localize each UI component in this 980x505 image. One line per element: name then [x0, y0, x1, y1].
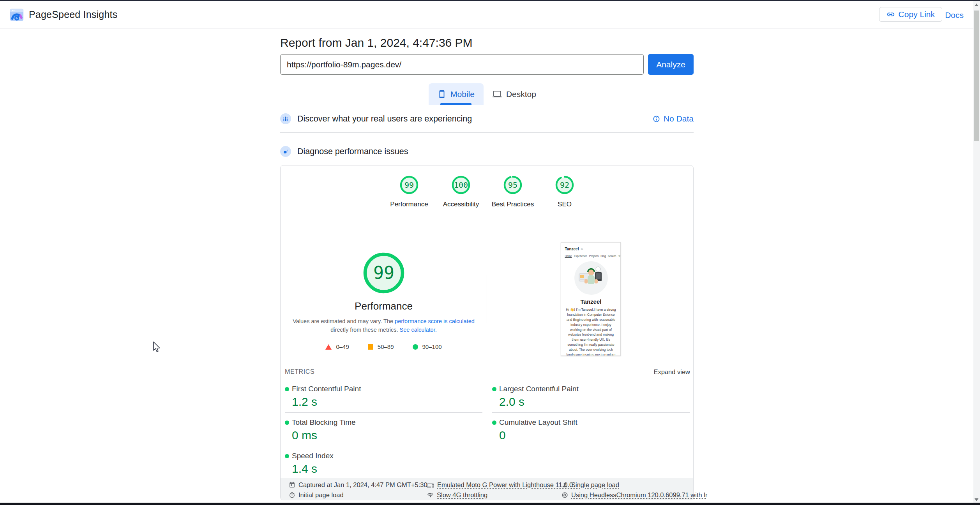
env-chromium-version[interactable]: Using HeadlessChromium 120.0.6099.71 wit… — [562, 491, 707, 500]
env-emulated-device[interactable]: Emulated Moto G Power with Lighthouse 11… — [427, 480, 562, 489]
green-circle-icon — [413, 344, 418, 350]
discover-title: Discover what your real users are experi… — [297, 114, 472, 124]
thumb-bio: Hi 👋! I'm Tanzeel.I have a strong founda… — [565, 307, 617, 356]
metric-value: 2.0 s — [499, 395, 690, 408]
copy-link-label: Copy Link — [899, 10, 935, 19]
diagnose-icon — [280, 146, 291, 157]
gauge-performance[interactable]: 99 Performance — [383, 176, 435, 208]
diagnose-title: Diagnose performance issues — [297, 147, 408, 157]
real-users-icon — [280, 113, 291, 124]
scrollbar-thumb[interactable] — [974, 11, 979, 141]
url-input[interactable] — [280, 54, 644, 75]
accessibility-ring: 100 — [452, 176, 470, 194]
performance-ring: 99 — [400, 176, 418, 194]
gauge-best-practices[interactable]: 95 Best Practices — [487, 176, 539, 208]
lighthouse-report-card: 99 Performance 100 Accessibility — [280, 165, 694, 500]
svg-text:95: 95 — [508, 180, 517, 190]
tab-desktop-label: Desktop — [506, 90, 536, 99]
env-initial-page-load: Initial page load — [289, 491, 427, 500]
no-data-badge[interactable]: No Data — [653, 114, 694, 123]
good-dot-icon — [285, 454, 289, 458]
url-form: Analyze — [280, 54, 694, 75]
orange-square-icon — [368, 344, 373, 350]
app-title: PageSpeed Insights — [29, 9, 117, 20]
chromium-icon — [562, 492, 568, 498]
gauge-label: Best Practices — [487, 201, 539, 208]
legend-poor: 0–49 — [325, 343, 349, 350]
env-single-page-load[interactable]: Single page load — [562, 480, 707, 489]
red-triangle-icon — [325, 344, 332, 350]
info-icon — [653, 115, 660, 123]
scroll-down-arrow-icon[interactable] — [975, 498, 978, 501]
screenshot-pane: Tanzeel G Home Experience Projects Blog … — [487, 241, 694, 356]
tab-desktop[interactable]: Desktop — [484, 83, 545, 105]
good-dot-icon — [492, 387, 496, 391]
metric-name: Largest Contentful Paint — [499, 385, 579, 393]
run-environment-footer: Captured at Jan 1, 2024, 4:47 PM GMT+5:3… — [281, 478, 693, 500]
metric-value: 1.2 s — [292, 395, 482, 408]
diagnose-section-header: Diagnose performance issues — [280, 133, 694, 165]
metric-name: Total Blocking Time — [292, 418, 356, 427]
metric-largest-contentful-paint: Largest Contentful Paint 2.0 s — [492, 379, 690, 412]
thumb-nav: Home Experience Projects Blog Search Tag… — [565, 255, 617, 257]
device-tabs: Mobile Desktop — [280, 83, 694, 105]
gauge-label: SEO — [539, 201, 591, 208]
mouse-cursor — [152, 341, 161, 354]
pagespeed-insights-page: PageSpeed Insights Copy Link Docs Report… — [0, 0, 980, 505]
metrics-grid: First Contentful Paint 1.2 s Largest Con… — [285, 379, 690, 479]
good-dot-icon — [492, 421, 496, 425]
expand-view-button[interactable]: Expand view — [653, 368, 690, 376]
copy-link-button[interactable]: Copy Link — [879, 7, 942, 22]
analyze-button[interactable]: Analyze — [648, 54, 694, 75]
score-calc-link[interactable]: performance score is calculated — [395, 318, 475, 324]
metric-total-blocking-time: Total Blocking Time 0 ms — [285, 412, 482, 446]
env-throttling[interactable]: Slow 4G throttling — [427, 491, 562, 500]
good-dot-icon — [285, 387, 289, 391]
metric-name: First Contentful Paint — [292, 385, 361, 393]
screen-top-edge — [0, 0, 980, 1]
tab-mobile[interactable]: Mobile — [429, 83, 484, 105]
thumb-heading: Tanzeel — [565, 298, 617, 305]
scroll-up-arrow-icon[interactable] — [975, 4, 978, 6]
svg-text:100: 100 — [454, 180, 468, 190]
app-header: PageSpeed Insights Copy Link Docs — [0, 1, 980, 28]
screen-bottom-edge — [0, 503, 980, 505]
smartphone-icon — [438, 90, 446, 99]
thumb-site-title: Tanzeel — [565, 247, 579, 251]
performance-score-pane: 99 Performance Values are estimated and … — [281, 241, 487, 350]
calendar-icon — [289, 482, 295, 488]
metric-value: 1.4 s — [292, 462, 482, 475]
metric-speed-index: Speed Index 1.4 s — [285, 446, 482, 479]
disclaimer-text: Values are estimated and may vary. The — [293, 318, 395, 324]
metrics-title: METRICS — [285, 368, 314, 376]
metrics-header: METRICS Expand view — [285, 368, 690, 376]
link-icon — [886, 10, 895, 19]
metric-first-contentful-paint: First Contentful Paint 1.2 s — [285, 379, 482, 412]
disclaimer-text: directly from these metrics. — [330, 327, 399, 333]
portfolio-illustration — [565, 261, 617, 295]
page-screenshot-thumbnail[interactable]: Tanzeel G Home Experience Projects Blog … — [561, 242, 621, 356]
docs-link[interactable]: Docs — [945, 11, 964, 20]
svg-text:99: 99 — [373, 262, 394, 283]
category-gauges: 99 Performance 100 Accessibility — [281, 176, 693, 208]
svg-text:92: 92 — [560, 180, 569, 190]
pagespeed-logo-icon — [9, 7, 24, 22]
main-content: Report from Jan 1, 2024, 4:47:36 PM Anal… — [280, 28, 694, 500]
performance-label: Performance — [355, 300, 413, 312]
gauge-seo[interactable]: 92 SEO — [539, 176, 591, 208]
metric-name: Cumulative Layout Shift — [499, 418, 577, 427]
score-disclaimer: Values are estimated and may vary. The p… — [293, 317, 475, 334]
gauge-accessibility[interactable]: 100 Accessibility — [435, 176, 487, 208]
seo-ring: 92 — [555, 176, 574, 194]
thumb-titlebar: Tanzeel G — [565, 247, 617, 251]
vertical-scrollbar[interactable] — [973, 1, 980, 503]
legend-good: 90–100 — [413, 343, 442, 350]
stopwatch-icon — [289, 492, 295, 498]
performance-overview: 99 Performance Values are estimated and … — [281, 241, 693, 370]
signal-icon — [427, 492, 434, 498]
see-calculator-link[interactable]: See calculator. — [400, 327, 437, 333]
devices-icon — [427, 482, 434, 489]
metric-cumulative-layout-shift: Cumulative Layout Shift 0 — [492, 412, 690, 446]
person-icon — [562, 482, 568, 488]
laptop-icon — [493, 90, 502, 99]
